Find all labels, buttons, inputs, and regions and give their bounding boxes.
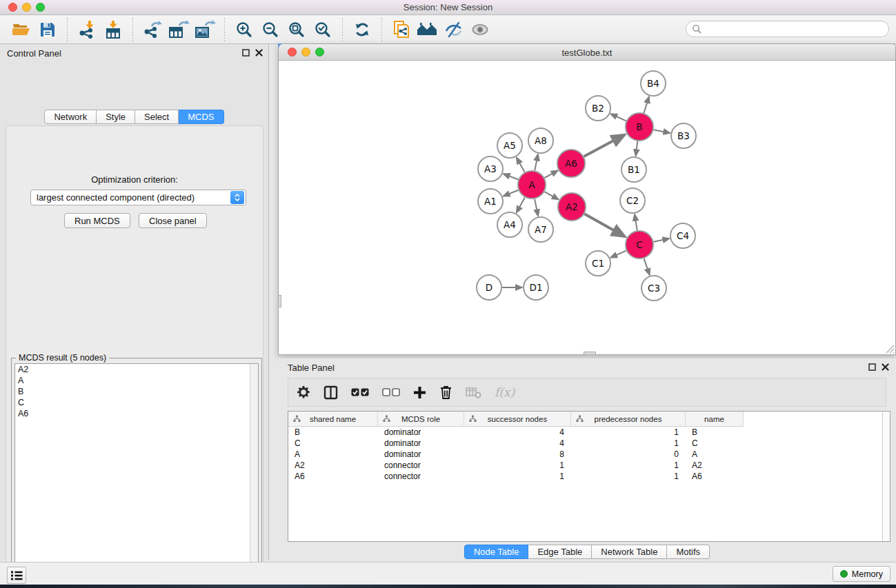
column-header-name[interactable]: name (686, 412, 744, 427)
graph-edge-A6-B[interactable] (584, 134, 625, 156)
graph-node-A[interactable]: A (518, 171, 546, 199)
zoom-in-icon[interactable] (231, 17, 257, 42)
export-image-icon[interactable] (192, 17, 218, 42)
graph-edge-A-A1[interactable] (504, 190, 519, 196)
table-cell[interactable]: dominator (378, 438, 464, 449)
table-scrollbar[interactable] (882, 412, 890, 541)
graph-node-A1[interactable]: A1 (478, 189, 503, 214)
table-cell[interactable]: 1 (571, 471, 686, 482)
graph-edge-A-A7[interactable] (535, 199, 538, 216)
table-cell[interactable]: C (288, 438, 378, 449)
table-cell[interactable]: connector (378, 460, 464, 471)
graph-edge-A-A2[interactable] (544, 192, 558, 199)
tab-network-table[interactable]: Network Table (592, 545, 667, 559)
run-mcds-button[interactable]: Run MCDS (64, 213, 130, 228)
graph-node-A2[interactable]: A2 (558, 193, 586, 221)
graph-edge-C-C1[interactable] (610, 251, 626, 258)
table-cell[interactable]: 1 (571, 427, 686, 438)
mcds-result-item[interactable]: A6 (15, 408, 258, 419)
import-network-icon[interactable] (74, 17, 100, 42)
table-row[interactable]: Adominator80A (288, 449, 882, 460)
graph-edge-B-B3[interactable] (654, 130, 670, 133)
tab-motifs[interactable]: Motifs (667, 545, 710, 559)
column-header-predecessor-nodes[interactable]: predecessor nodes (571, 412, 686, 427)
first-neighbors-icon[interactable] (415, 17, 441, 42)
graph-edge-B-B4[interactable] (644, 97, 649, 113)
table-cell[interactable]: 1 (464, 460, 571, 471)
mcds-result-item[interactable]: B (15, 386, 258, 397)
graph-node-B2[interactable]: B2 (586, 96, 610, 121)
window-bottom-handle[interactable] (584, 352, 596, 355)
export-table-icon[interactable] (166, 17, 192, 42)
search-box[interactable] (686, 21, 889, 37)
table-cell[interactable]: dominator (378, 449, 464, 460)
table-cell[interactable]: 0 (571, 449, 686, 460)
table-cell[interactable]: 1 (571, 460, 686, 471)
table-cell[interactable]: 8 (464, 449, 571, 460)
table-cell[interactable]: B (686, 427, 744, 438)
table-cell[interactable]: C (686, 438, 744, 449)
mcds-result-item[interactable]: A2 (15, 364, 258, 375)
table-cell[interactable]: A6 (686, 471, 744, 482)
graph-node-C4[interactable]: C4 (670, 223, 695, 248)
graph-node-B3[interactable]: B3 (671, 123, 696, 148)
hide-selected-icon[interactable] (441, 17, 467, 42)
select-all-checkboxes-icon[interactable] (351, 388, 369, 396)
show-columns-icon[interactable] (323, 385, 338, 400)
table-cell[interactable]: connector (378, 471, 464, 482)
graph-edge-A-A3[interactable] (504, 174, 519, 179)
criterion-dropdown[interactable]: largest connected component (directed) (30, 190, 246, 205)
graph-node-C3[interactable]: C3 (641, 276, 666, 301)
function-builder-icon[interactable]: f(x) (495, 385, 515, 399)
network-window-titlebar[interactable]: testGlobe.txt (279, 44, 895, 61)
column-header-mcds-role[interactable]: MCDS role (378, 412, 464, 427)
deselect-all-checkboxes-icon[interactable] (382, 388, 400, 396)
graph-node-D1[interactable]: D1 (524, 275, 548, 300)
table-cell[interactable]: A2 (686, 460, 744, 471)
graph-node-A6[interactable]: A6 (557, 150, 585, 177)
tab-mcds[interactable]: MCDS (179, 110, 223, 124)
mcds-result-item[interactable]: C (15, 397, 258, 408)
table-cell[interactable]: 1 (464, 471, 571, 482)
tab-edge-table[interactable]: Edge Table (528, 545, 592, 559)
table-row[interactable]: A2connector11A2 (288, 460, 882, 471)
window-left-handle[interactable] (278, 295, 281, 307)
import-table-icon[interactable] (100, 17, 126, 42)
zoom-selected-icon[interactable] (310, 17, 336, 42)
close-panel-icon[interactable] (255, 49, 263, 57)
table-row[interactable]: Cdominator41C (288, 438, 882, 449)
add-column-icon[interactable] (413, 386, 426, 399)
resize-grip[interactable] (886, 345, 895, 354)
graph-edge-A-A4[interactable] (517, 197, 525, 212)
graph-node-D[interactable]: D (477, 275, 501, 300)
refresh-icon[interactable] (349, 17, 375, 42)
show-all-icon[interactable] (467, 17, 493, 42)
graph-node-B4[interactable]: B4 (641, 71, 666, 96)
table-cell[interactable]: dominator (378, 427, 464, 438)
graph-edge-C-C4[interactable] (654, 239, 670, 242)
table-cell[interactable]: A2 (288, 460, 378, 471)
open-file-icon[interactable] (8, 17, 34, 42)
table-cell[interactable]: 1 (571, 438, 686, 449)
tab-style[interactable]: Style (97, 110, 135, 124)
graph-node-A7[interactable]: A7 (528, 217, 553, 242)
zoom-out-icon[interactable] (257, 17, 283, 42)
graph-edge-A-A6[interactable] (544, 171, 557, 179)
close-table-panel-icon[interactable] (882, 363, 889, 371)
graph-node-C[interactable]: C (626, 231, 653, 258)
graph-node-A5[interactable]: A5 (497, 133, 522, 158)
float-panel-icon[interactable] (242, 49, 250, 57)
graph-node-C1[interactable]: C1 (586, 251, 610, 276)
column-header-shared-name[interactable]: shared name (288, 412, 378, 427)
graph-edge-A-A5[interactable] (517, 157, 525, 172)
graph-edge-A2-C[interactable] (584, 214, 625, 236)
tab-select[interactable]: Select (135, 110, 179, 124)
graph-edge-A-A8[interactable] (535, 154, 538, 171)
graph-node-A3[interactable]: A3 (478, 156, 503, 181)
network-canvas[interactable]: AA6A2BCA5A8A3A1A4A7B2B4B3B1C2C4C1C3DD1 (279, 61, 895, 354)
table-row[interactable]: Bdominator41B (288, 427, 882, 438)
mcds-result-item[interactable]: A (15, 375, 258, 386)
tab-node-table[interactable]: Node Table (464, 545, 529, 559)
table-cell[interactable]: 4 (464, 427, 571, 438)
new-network-from-selection-icon[interactable] (388, 17, 415, 42)
